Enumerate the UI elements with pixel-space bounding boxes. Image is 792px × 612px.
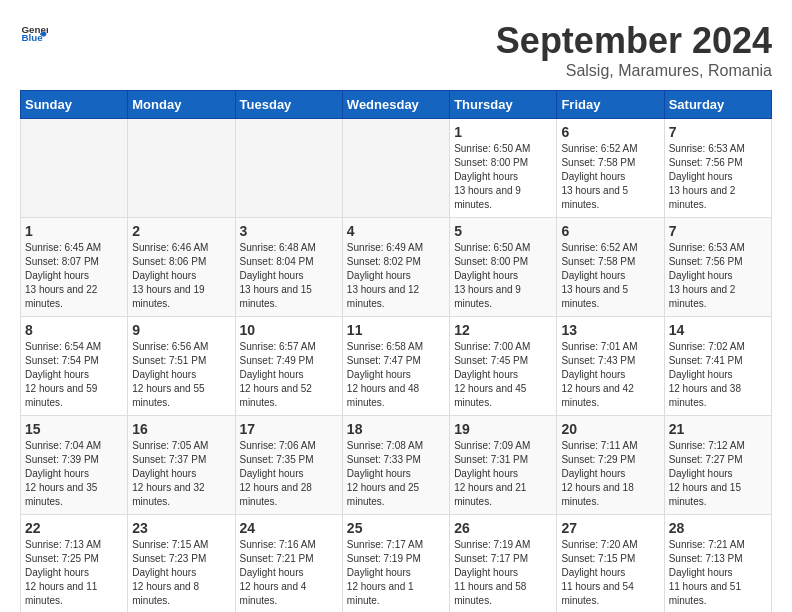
calendar-cell: 18Sunrise: 7:08 AMSunset: 7:33 PMDayligh… <box>342 416 449 515</box>
day-number: 14 <box>669 322 767 338</box>
calendar-cell: 7Sunrise: 6:53 AMSunset: 7:56 PMDaylight… <box>664 119 771 218</box>
cell-info: Sunrise: 6:52 AMSunset: 7:58 PMDaylight … <box>561 142 659 212</box>
cell-info: Sunrise: 6:46 AMSunset: 8:06 PMDaylight … <box>132 241 230 311</box>
cell-info: Sunrise: 6:50 AMSunset: 8:00 PMDaylight … <box>454 241 552 311</box>
day-number: 20 <box>561 421 659 437</box>
calendar-week-row: 8Sunrise: 6:54 AMSunset: 7:54 PMDaylight… <box>21 317 772 416</box>
calendar-cell: 3Sunrise: 6:48 AMSunset: 8:04 PMDaylight… <box>235 218 342 317</box>
day-number: 25 <box>347 520 445 536</box>
cell-info: Sunrise: 6:50 AMSunset: 8:00 PMDaylight … <box>454 142 552 212</box>
title-section: September 2024 Salsig, Maramures, Romani… <box>496 20 772 80</box>
cell-info: Sunrise: 6:57 AMSunset: 7:49 PMDaylight … <box>240 340 338 410</box>
calendar-cell: 26Sunrise: 7:19 AMSunset: 7:17 PMDayligh… <box>450 515 557 613</box>
calendar-cell: 2Sunrise: 6:46 AMSunset: 8:06 PMDaylight… <box>128 218 235 317</box>
day-number: 18 <box>347 421 445 437</box>
cell-info: Sunrise: 7:13 AMSunset: 7:25 PMDaylight … <box>25 538 123 608</box>
day-number: 6 <box>561 124 659 140</box>
day-number: 5 <box>454 223 552 239</box>
cell-info: Sunrise: 6:53 AMSunset: 7:56 PMDaylight … <box>669 142 767 212</box>
calendar-cell: 1Sunrise: 6:50 AMSunset: 8:00 PMDaylight… <box>450 119 557 218</box>
day-number: 22 <box>25 520 123 536</box>
calendar-header-row: SundayMondayTuesdayWednesdayThursdayFrid… <box>21 91 772 119</box>
cell-info: Sunrise: 7:21 AMSunset: 7:13 PMDaylight … <box>669 538 767 608</box>
logo-icon: General Blue <box>20 20 48 48</box>
cell-info: Sunrise: 7:19 AMSunset: 7:17 PMDaylight … <box>454 538 552 608</box>
calendar-cell: 8Sunrise: 6:54 AMSunset: 7:54 PMDaylight… <box>21 317 128 416</box>
location-subtitle: Salsig, Maramures, Romania <box>496 62 772 80</box>
cell-info: Sunrise: 6:52 AMSunset: 7:58 PMDaylight … <box>561 241 659 311</box>
day-number: 8 <box>25 322 123 338</box>
calendar-cell: 5Sunrise: 6:50 AMSunset: 8:00 PMDaylight… <box>450 218 557 317</box>
calendar-cell: 17Sunrise: 7:06 AMSunset: 7:35 PMDayligh… <box>235 416 342 515</box>
column-header-wednesday: Wednesday <box>342 91 449 119</box>
cell-info: Sunrise: 7:05 AMSunset: 7:37 PMDaylight … <box>132 439 230 509</box>
cell-info: Sunrise: 7:01 AMSunset: 7:43 PMDaylight … <box>561 340 659 410</box>
day-number: 27 <box>561 520 659 536</box>
day-number: 9 <box>132 322 230 338</box>
calendar-cell: 15Sunrise: 7:04 AMSunset: 7:39 PMDayligh… <box>21 416 128 515</box>
calendar-cell: 22Sunrise: 7:13 AMSunset: 7:25 PMDayligh… <box>21 515 128 613</box>
column-header-friday: Friday <box>557 91 664 119</box>
cell-info: Sunrise: 6:45 AMSunset: 8:07 PMDaylight … <box>25 241 123 311</box>
day-number: 23 <box>132 520 230 536</box>
day-number: 2 <box>132 223 230 239</box>
cell-info: Sunrise: 7:15 AMSunset: 7:23 PMDaylight … <box>132 538 230 608</box>
day-number: 11 <box>347 322 445 338</box>
calendar-cell: 14Sunrise: 7:02 AMSunset: 7:41 PMDayligh… <box>664 317 771 416</box>
cell-info: Sunrise: 7:11 AMSunset: 7:29 PMDaylight … <box>561 439 659 509</box>
cell-info: Sunrise: 7:02 AMSunset: 7:41 PMDaylight … <box>669 340 767 410</box>
calendar-cell: 19Sunrise: 7:09 AMSunset: 7:31 PMDayligh… <box>450 416 557 515</box>
day-number: 17 <box>240 421 338 437</box>
cell-info: Sunrise: 6:49 AMSunset: 8:02 PMDaylight … <box>347 241 445 311</box>
column-header-saturday: Saturday <box>664 91 771 119</box>
column-header-monday: Monday <box>128 91 235 119</box>
calendar-cell: 25Sunrise: 7:17 AMSunset: 7:19 PMDayligh… <box>342 515 449 613</box>
day-number: 24 <box>240 520 338 536</box>
cell-info: Sunrise: 6:53 AMSunset: 7:56 PMDaylight … <box>669 241 767 311</box>
cell-info: Sunrise: 6:56 AMSunset: 7:51 PMDaylight … <box>132 340 230 410</box>
calendar-cell <box>235 119 342 218</box>
cell-info: Sunrise: 7:12 AMSunset: 7:27 PMDaylight … <box>669 439 767 509</box>
calendar-cell: 12Sunrise: 7:00 AMSunset: 7:45 PMDayligh… <box>450 317 557 416</box>
day-number: 1 <box>454 124 552 140</box>
calendar-cell <box>21 119 128 218</box>
calendar-week-row: 1Sunrise: 6:50 AMSunset: 8:00 PMDaylight… <box>21 119 772 218</box>
day-number: 12 <box>454 322 552 338</box>
cell-info: Sunrise: 7:16 AMSunset: 7:21 PMDaylight … <box>240 538 338 608</box>
column-header-sunday: Sunday <box>21 91 128 119</box>
calendar-table: SundayMondayTuesdayWednesdayThursdayFrid… <box>20 90 772 612</box>
day-number: 19 <box>454 421 552 437</box>
calendar-cell: 6Sunrise: 6:52 AMSunset: 7:58 PMDaylight… <box>557 119 664 218</box>
calendar-cell: 9Sunrise: 6:56 AMSunset: 7:51 PMDaylight… <box>128 317 235 416</box>
cell-info: Sunrise: 7:17 AMSunset: 7:19 PMDaylight … <box>347 538 445 608</box>
day-number: 28 <box>669 520 767 536</box>
cell-info: Sunrise: 7:09 AMSunset: 7:31 PMDaylight … <box>454 439 552 509</box>
day-number: 26 <box>454 520 552 536</box>
svg-text:Blue: Blue <box>21 32 43 43</box>
cell-info: Sunrise: 7:08 AMSunset: 7:33 PMDaylight … <box>347 439 445 509</box>
day-number: 10 <box>240 322 338 338</box>
calendar-cell: 20Sunrise: 7:11 AMSunset: 7:29 PMDayligh… <box>557 416 664 515</box>
calendar-cell <box>342 119 449 218</box>
calendar-week-row: 15Sunrise: 7:04 AMSunset: 7:39 PMDayligh… <box>21 416 772 515</box>
cell-info: Sunrise: 7:06 AMSunset: 7:35 PMDaylight … <box>240 439 338 509</box>
day-number: 21 <box>669 421 767 437</box>
calendar-cell: 23Sunrise: 7:15 AMSunset: 7:23 PMDayligh… <box>128 515 235 613</box>
calendar-cell: 6Sunrise: 6:52 AMSunset: 7:58 PMDaylight… <box>557 218 664 317</box>
column-header-thursday: Thursday <box>450 91 557 119</box>
cell-info: Sunrise: 6:48 AMSunset: 8:04 PMDaylight … <box>240 241 338 311</box>
day-number: 4 <box>347 223 445 239</box>
calendar-cell: 27Sunrise: 7:20 AMSunset: 7:15 PMDayligh… <box>557 515 664 613</box>
calendar-cell: 13Sunrise: 7:01 AMSunset: 7:43 PMDayligh… <box>557 317 664 416</box>
calendar-week-row: 1Sunrise: 6:45 AMSunset: 8:07 PMDaylight… <box>21 218 772 317</box>
calendar-cell: 1Sunrise: 6:45 AMSunset: 8:07 PMDaylight… <box>21 218 128 317</box>
calendar-cell: 11Sunrise: 6:58 AMSunset: 7:47 PMDayligh… <box>342 317 449 416</box>
cell-info: Sunrise: 7:00 AMSunset: 7:45 PMDaylight … <box>454 340 552 410</box>
day-number: 1 <box>25 223 123 239</box>
cell-info: Sunrise: 6:58 AMSunset: 7:47 PMDaylight … <box>347 340 445 410</box>
column-header-tuesday: Tuesday <box>235 91 342 119</box>
month-title: September 2024 <box>496 20 772 62</box>
calendar-cell: 28Sunrise: 7:21 AMSunset: 7:13 PMDayligh… <box>664 515 771 613</box>
calendar-cell: 7Sunrise: 6:53 AMSunset: 7:56 PMDaylight… <box>664 218 771 317</box>
logo: General Blue <box>20 20 48 48</box>
